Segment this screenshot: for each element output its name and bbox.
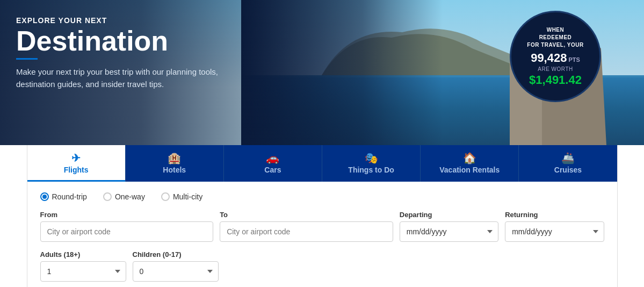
tab-vacation-rentals[interactable]: 🏠 Vacation Rentals [421, 145, 519, 182]
points-value-row: 99,428 PTS [531, 51, 580, 65]
round-trip-radio[interactable] [40, 192, 49, 201]
round-trip-label: Round-trip [52, 192, 87, 201]
from-input[interactable] [40, 221, 214, 242]
cruises-icon: 🚢 [561, 153, 575, 163]
points-are-worth-label: ARE WORTH [538, 66, 573, 72]
hero-eyebrow: EXPLORE YOUR NEXT [16, 16, 220, 25]
children-select[interactable]: 0 1 2 3 4 5 [133, 261, 219, 282]
multi-city-option[interactable]: Multi-city [161, 192, 202, 201]
points-number: 99,428 [531, 51, 567, 65]
children-label: Children (0-17) [133, 250, 219, 259]
round-trip-option[interactable]: Round-trip [40, 192, 87, 201]
tab-cruises-label: Cruises [554, 166, 582, 174]
tabs-nav: ✈ Flights 🏨 Hotels 🚗 Cars 🎭 Things to Do… [27, 145, 617, 182]
trip-type-row: Round-trip One-way Multi-city [40, 192, 604, 201]
one-way-option[interactable]: One-way [103, 192, 145, 201]
points-unit: PTS [568, 56, 580, 63]
passengers-row: Adults (18+) 1 2 3 4 5 6 Children (0-17) [40, 250, 604, 282]
content-area: ✈ Flights 🏨 Hotels 🚗 Cars 🎭 Things to Do… [27, 145, 618, 287]
multi-city-radio[interactable] [161, 192, 170, 201]
hero-subtitle: Make your next trip your best trip with … [16, 66, 220, 90]
one-way-label: One-way [115, 192, 145, 201]
tab-vacation-rentals-label: Vacation Rentals [439, 166, 500, 174]
tabs-container: ✈ Flights 🏨 Hotels 🚗 Cars 🎭 Things to Do… [27, 145, 618, 287]
departing-label: Departing [400, 211, 498, 219]
tab-things-to-do-label: Things to Do [348, 166, 394, 174]
points-badge: WHEN REDEEMED FOR TRAVEL, YOUR 99,428 PT… [510, 11, 601, 102]
returning-label: Returning [505, 211, 604, 219]
one-way-radio[interactable] [103, 192, 112, 201]
hero-content: EXPLORE YOUR NEXT Destination Make your … [16, 16, 220, 90]
tab-flights[interactable]: ✈ Flights [27, 145, 126, 182]
from-label: From [40, 211, 214, 219]
tab-things-to-do[interactable]: 🎭 Things to Do [322, 145, 421, 182]
adults-label: Adults (18+) [40, 250, 126, 259]
tab-cars-label: Cars [264, 166, 281, 174]
cars-icon: 🚗 [266, 153, 279, 163]
to-input[interactable] [220, 221, 393, 242]
departing-select[interactable]: mm/dd/yyyy [400, 221, 498, 242]
hero-section: EXPLORE YOUR NEXT Destination Make your … [0, 0, 644, 145]
tab-cars[interactable]: 🚗 Cars [224, 145, 322, 182]
vacation-rentals-icon: 🏠 [463, 153, 476, 163]
hero-title: Destination [16, 27, 220, 55]
hotels-icon: 🏨 [168, 153, 181, 163]
to-label: To [220, 211, 393, 219]
adults-group: Adults (18+) 1 2 3 4 5 6 [40, 250, 126, 282]
tab-flights-label: Flights [64, 166, 89, 174]
main-fields-row: From To Departing mm/dd/yyyy Ret [40, 211, 604, 242]
from-group: From [40, 211, 214, 242]
tab-cruises[interactable]: 🚢 Cruises [519, 145, 617, 182]
returning-group: Returning mm/dd/yyyy [505, 211, 604, 242]
multi-city-label: Multi-city [173, 192, 202, 201]
search-form: Round-trip One-way Multi-city From [27, 182, 617, 287]
returning-select[interactable]: mm/dd/yyyy [505, 221, 604, 242]
departing-group: Departing mm/dd/yyyy [400, 211, 498, 242]
flights-icon: ✈ [71, 153, 81, 163]
children-group: Children (0-17) 0 1 2 3 4 5 [133, 250, 219, 282]
hero-divider [16, 58, 38, 60]
to-group: To [220, 211, 393, 242]
points-dollar-value: $1,491.42 [529, 73, 582, 87]
tab-hotels[interactable]: 🏨 Hotels [126, 145, 224, 182]
tab-hotels-label: Hotels [163, 166, 186, 174]
points-badge-text: WHEN REDEEMED FOR TRAVEL, YOUR [527, 26, 583, 49]
adults-select[interactable]: 1 2 3 4 5 6 [40, 261, 126, 282]
things-to-do-icon: 🎭 [365, 153, 378, 163]
page-wrapper: EXPLORE YOUR NEXT Destination Make your … [0, 0, 644, 287]
